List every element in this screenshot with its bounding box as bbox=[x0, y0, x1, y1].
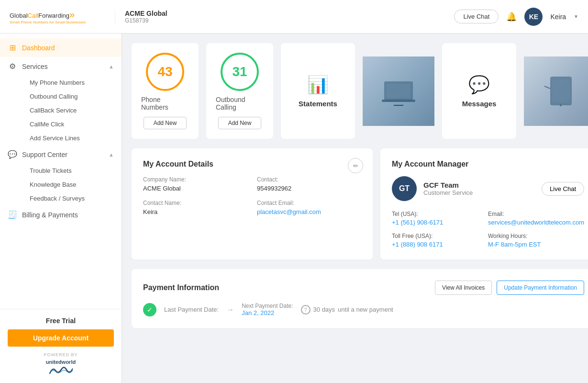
company-name-value: ACME Global bbox=[143, 185, 247, 192]
messages-card[interactable]: 💬 Messages bbox=[442, 43, 516, 139]
edit-account-button[interactable]: ✏ bbox=[348, 158, 363, 173]
bell-icon[interactable]: 🔔 bbox=[506, 11, 517, 22]
outbound-calling-count: 31 bbox=[221, 53, 259, 91]
photo-card-1 bbox=[363, 43, 434, 139]
sidebar-item-add-service-lines[interactable]: Add Service Lines bbox=[22, 131, 122, 145]
contact-label: Contact: bbox=[257, 176, 361, 183]
manager-email-field: Email: services@unitedworldtelecom.com bbox=[488, 211, 584, 226]
manager-name: GCF Team bbox=[423, 181, 473, 189]
sidebar-item-my-phone-numbers[interactable]: My Phone Numbers bbox=[22, 76, 122, 90]
manager-avatar: GT bbox=[392, 176, 417, 201]
sidebar-item-trouble-tickets[interactable]: Trouble Tickets bbox=[22, 164, 122, 178]
manager-email-label: Email: bbox=[488, 211, 584, 217]
account-manager-card: My Account Manager GT GCF Team Customer … bbox=[380, 148, 588, 259]
next-payment-field: Next Payment Date: Jan 2, 2022 bbox=[242, 303, 293, 316]
contact-name-label: Contact Name: bbox=[143, 200, 247, 206]
two-column-section: My Account Details ✏ Company Name: ACME … bbox=[132, 148, 588, 259]
logo-arrows-icon: » bbox=[69, 9, 75, 20]
sidebar-dashboard-label: Dashboard bbox=[22, 44, 55, 52]
logo-forwarding-text: Forwarding bbox=[38, 12, 69, 19]
svg-line-7 bbox=[544, 86, 550, 89]
upgrade-account-button[interactable]: Upgrade Account bbox=[8, 329, 114, 338]
company-name-label: Company Name: bbox=[143, 176, 247, 183]
sidebar-nav: ⊞ Dashboard ⚙ Services ▲ My Phone Number… bbox=[0, 34, 122, 309]
sidebar-item-callme-click[interactable]: CallMe Click bbox=[22, 117, 122, 131]
photo-placeholder-1 bbox=[363, 56, 434, 126]
photo-laptop-icon bbox=[379, 72, 418, 110]
phone-numbers-add-button[interactable]: Add New bbox=[144, 117, 187, 129]
days-until-payment: ? 30 days until a new payment bbox=[301, 305, 393, 315]
company-name: ACME Global bbox=[125, 10, 167, 17]
next-payment-label: Next Payment Date: bbox=[242, 303, 293, 309]
sidebar-services-label: Services bbox=[22, 63, 48, 70]
phone-numbers-label: Phone Numbers bbox=[141, 96, 189, 111]
photo-placeholder-2 bbox=[524, 56, 588, 126]
billing-icon: 🧾 bbox=[8, 210, 17, 219]
account-manager-title: My Account Manager bbox=[392, 160, 584, 169]
manager-live-chat-button[interactable]: Live Chat bbox=[542, 182, 584, 196]
contact-email-label: Contact Email: bbox=[257, 200, 361, 206]
manager-tel-field: Tel (USA): +1 (561) 908-6171 bbox=[392, 211, 481, 226]
contact-name-value: Keira bbox=[143, 208, 247, 215]
sidebar: ⊞ Dashboard ⚙ Services ▲ My Phone Number… bbox=[0, 34, 122, 338]
contact-name-field: Contact Name: Keira bbox=[143, 200, 247, 215]
sidebar-support-sub: Trouble Tickets Knowledge Base Feedback … bbox=[0, 164, 122, 205]
manager-info: GCF Team Customer Service bbox=[423, 181, 473, 196]
main-content: 43 Phone Numbers Add New 31 Outbound Cal… bbox=[122, 34, 588, 338]
user-avatar: KE bbox=[524, 8, 543, 26]
manager-tel-label: Tel (USA): bbox=[392, 211, 481, 217]
payment-card: Payment Information View All Invoices Up… bbox=[132, 269, 588, 328]
manager-info-grid: Tel (USA): +1 (561) 908-6171 Email: serv… bbox=[392, 211, 584, 248]
phone-numbers-card: 43 Phone Numbers Add New bbox=[132, 43, 199, 139]
user-name[interactable]: Keira bbox=[550, 13, 566, 21]
stats-cards-row: 43 Phone Numbers Add New 31 Outbound Cal… bbox=[132, 43, 588, 139]
logo-global-text: Global bbox=[10, 12, 28, 19]
sidebar-item-feedback-surveys[interactable]: Feedback / Surveys bbox=[22, 192, 122, 205]
photo-tablet-icon bbox=[541, 72, 579, 110]
statements-card[interactable]: 📊 Statements bbox=[281, 43, 355, 139]
account-details-card: My Account Details ✏ Company Name: ACME … bbox=[132, 148, 373, 259]
services-gear-icon: ⚙ bbox=[8, 62, 17, 71]
dashboard-icon: ⊞ bbox=[8, 43, 17, 52]
messages-icon: 💬 bbox=[468, 75, 490, 95]
user-dropdown-icon[interactable]: ▼ bbox=[574, 14, 578, 19]
view-invoices-button[interactable]: View All Invoices bbox=[435, 281, 492, 295]
days-text: until a new payment bbox=[338, 306, 393, 313]
statements-label: Statements bbox=[299, 100, 337, 108]
manager-tollfree-label: Toll Free (USA): bbox=[392, 233, 481, 239]
payment-arrow-icon: → bbox=[226, 305, 234, 314]
sidebar-item-services[interactable]: ⚙ Services ▲ bbox=[0, 57, 122, 76]
update-payment-button[interactable]: Update Payment Information bbox=[497, 281, 584, 295]
sidebar-item-support[interactable]: 💬 Support Center ▲ bbox=[0, 145, 122, 164]
account-details-grid: Company Name: ACME Global Contact: 95499… bbox=[143, 176, 361, 215]
header: GlobalCallForwarding» Smart Phone Number… bbox=[0, 0, 588, 34]
payment-info-row: ✓ Last Payment Date: → Next Payment Date… bbox=[143, 303, 584, 316]
contact-email-field: Contact Email: placetasvc@gmail.com bbox=[257, 200, 361, 215]
account-id[interactable]: G158739 bbox=[125, 17, 167, 24]
company-name-field: Company Name: ACME Global bbox=[143, 176, 247, 192]
sidebar-item-dashboard[interactable]: ⊞ Dashboard bbox=[0, 38, 122, 57]
sidebar-item-callback-service[interactable]: CallBack Service bbox=[22, 103, 122, 117]
manager-role: Customer Service bbox=[423, 189, 473, 196]
statements-icon: 📊 bbox=[307, 75, 329, 95]
outbound-calling-card: 31 Outbound Calling Add New bbox=[206, 43, 273, 139]
header-account: ACME Global G158739 bbox=[115, 10, 167, 24]
support-icon: 💬 bbox=[8, 150, 17, 159]
svg-rect-2 bbox=[387, 84, 410, 98]
payment-actions: View All Invoices Update Payment Informa… bbox=[435, 281, 584, 295]
sidebar-item-knowledge-base[interactable]: Knowledge Base bbox=[22, 178, 122, 192]
sidebar-item-billing[interactable]: 🧾 Billing & Payments bbox=[0, 205, 122, 224]
sidebar-item-outbound-calling[interactable]: Outbound Calling bbox=[22, 90, 122, 103]
outbound-calling-add-button[interactable]: Add New bbox=[218, 117, 262, 129]
logo-tagline: Smart Phone Numbers for Smart Businesses bbox=[10, 20, 86, 25]
account-details-title: My Account Details bbox=[143, 160, 361, 169]
sidebar-support-label: Support Center bbox=[22, 151, 67, 158]
sidebar-footer: Free Trial Upgrade Account POWERED BY un… bbox=[0, 309, 122, 338]
header-right: Live Chat 🔔 KE Keira ▼ bbox=[454, 8, 578, 26]
live-chat-button[interactable]: Live Chat bbox=[454, 10, 499, 23]
messages-label: Messages bbox=[462, 100, 497, 108]
logo: GlobalCallForwarding» Smart Phone Number… bbox=[10, 9, 105, 25]
manager-tollfree-value: +1 (888) 908 6171 bbox=[392, 241, 481, 248]
manager-tollfree-field: Toll Free (USA): +1 (888) 908 6171 bbox=[392, 233, 481, 248]
contact-value: 9549932962 bbox=[257, 185, 361, 192]
